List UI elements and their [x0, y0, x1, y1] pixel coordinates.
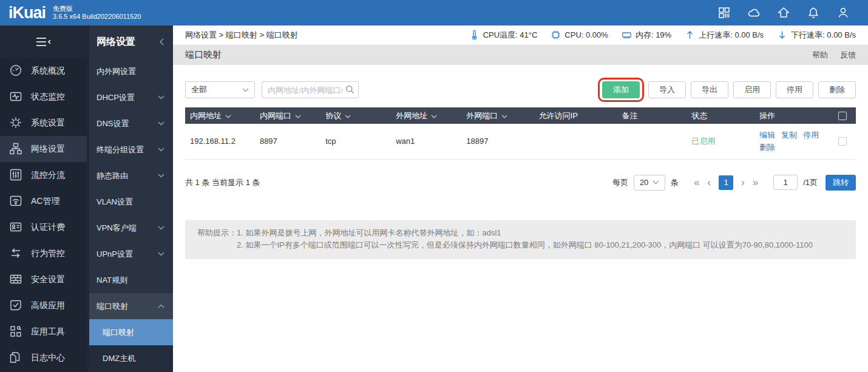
sort-chevron-icon[interactable] [295, 111, 301, 120]
col-allow-ip: 允许访问IP [534, 107, 617, 124]
logo-text: iKuai [8, 5, 46, 21]
help-lines: 1. 如果外网是拨号上网，外网地址可以用网卡名称代替外网地址，如：adsl1 2… [237, 227, 813, 251]
chevron-down-icon [158, 174, 164, 178]
row-actions: 编辑 复制 停用 删除 [759, 130, 829, 153]
submenu-title: 网络设置 [97, 36, 135, 49]
upload-rate-label: 上行速率: 0.00 B/s [699, 30, 764, 41]
col-lan-ip[interactable]: 内网地址 [185, 107, 255, 124]
delete-link[interactable]: 删除 [759, 142, 775, 153]
sidebar-item-flow-control[interactable]: 流控分流 [0, 162, 87, 188]
submenu-item-port-mapping-parent[interactable]: 端口映射 [87, 293, 173, 319]
submenu-item-upnp[interactable]: UPnP设置 [87, 241, 173, 267]
cell-actions: 编辑 复制 停用 删除 [754, 124, 833, 159]
col-protocol[interactable]: 协议 [320, 107, 391, 124]
import-button[interactable]: 导入 [648, 81, 686, 98]
submenu-item-label: UPnP设置 [97, 249, 133, 260]
cell-allow-ip [534, 124, 617, 159]
submenu-item-dns[interactable]: DNS设置 [87, 110, 173, 137]
sidebar-item-status-monitor[interactable]: 状态监控 [0, 84, 87, 110]
submenu-item-wan-lan[interactable]: 内外网设置 [87, 58, 173, 84]
chevron-down-icon [158, 252, 164, 256]
select-all-checkbox[interactable] [838, 112, 847, 120]
stop-link[interactable]: 停用 [803, 130, 819, 141]
apps-icon[interactable] [717, 6, 731, 19]
submenu-panel: 网络设置 内外网设置 DHCP设置 DNS设置 终端分组设置 静态路由 VLAN… [87, 25, 173, 372]
sort-chevron-icon[interactable] [431, 111, 437, 120]
main-sidebar: 系统概况 状态监控 系统设置 网络设置 流控分流 AC管理 认证计费 行为管控 [0, 25, 87, 372]
sidebar-item-advanced-apps[interactable]: 高级应用 [0, 293, 87, 319]
col-wan-ip[interactable]: 外网地址 [391, 107, 461, 124]
chevron-down-icon [158, 121, 164, 126]
home-icon[interactable] [777, 6, 790, 19]
col-wan-port[interactable]: 外网端口 [461, 107, 534, 124]
sidebar-item-system-settings[interactable]: 系统设置 [0, 110, 87, 136]
submenu-item-port-mapping[interactable]: 端口映射 [87, 319, 173, 345]
next-page-button[interactable]: › [740, 177, 746, 188]
edit-link[interactable]: 编辑 [759, 130, 775, 141]
delete-button[interactable]: 删除 [818, 81, 856, 98]
search-icon[interactable] [345, 85, 354, 94]
submenu-item-static-routes[interactable]: 静态路由 [87, 163, 173, 189]
enable-button[interactable]: 启用 [733, 81, 771, 98]
disable-button[interactable]: 停用 [776, 81, 813, 98]
sidebar-item-label: 安全设置 [31, 274, 65, 285]
first-page-button[interactable]: « [693, 177, 700, 188]
sort-chevron-icon[interactable] [225, 111, 231, 120]
prev-page-button[interactable]: ‹ [706, 177, 712, 188]
search-input[interactable] [262, 81, 359, 98]
col-lan-port[interactable]: 内网端口 [255, 107, 320, 124]
sidebar-item-security-settings[interactable]: 安全设置 [0, 266, 87, 293]
submenu-item-dmz-host[interactable]: DMZ主机 [87, 345, 173, 371]
version-label: 3.6.5 x64 Build202206011520 [53, 13, 141, 21]
sidebar-item-label: 日志中心 [31, 353, 65, 364]
red-annotation-box: 添加 [598, 78, 644, 102]
submenu-scrollbar[interactable] [87, 25, 89, 372]
last-page-button[interactable]: » [751, 177, 759, 188]
submenu-item-vlan[interactable]: VLAN设置 [87, 189, 173, 215]
pagination-bar: 共 1 条 当前显示 1 条 每页 20 条 « ‹ 1 › » /1页 跳转 [185, 174, 856, 191]
per-page-label: 每页 [612, 177, 628, 188]
submenu-item-nat-rules[interactable]: NAT规则 [87, 267, 173, 293]
export-button[interactable]: 导出 [691, 81, 728, 98]
bell-icon[interactable] [807, 6, 820, 19]
download-rate-label: 下行速率: 0.00 B/s [791, 30, 856, 41]
col-actions: 操作 [754, 107, 833, 124]
user-icon[interactable] [836, 6, 850, 19]
titlebar-links: 帮助 反馈 [812, 50, 856, 61]
upload-rate-stat: 上行速率: 0.00 B/s [685, 30, 764, 41]
sidebar-item-log-center[interactable]: 日志中心 [0, 345, 87, 371]
sort-chevron-icon[interactable] [345, 111, 351, 120]
feedback-link[interactable]: 反馈 [840, 50, 856, 61]
title-bar: 端口映射 帮助 反馈 [173, 45, 868, 65]
collapse-menu-button[interactable] [0, 25, 87, 58]
toolbar: 全部 添加 导入 导出 启用 停用 删除 [185, 81, 856, 98]
status-filter-select[interactable]: 全部 [185, 81, 255, 98]
add-button[interactable]: 添加 [602, 81, 640, 98]
jump-page-input[interactable] [773, 175, 798, 190]
copy-link[interactable]: 复制 [781, 130, 797, 141]
submenu-item-dhcp[interactable]: DHCP设置 [87, 84, 173, 110]
memory-stat: 内存: 19% [622, 30, 671, 41]
sidebar-item-app-tools[interactable]: 应用工具 [0, 319, 87, 345]
sidebar-item-auth-billing[interactable]: 认证计费 [0, 214, 87, 240]
submenu-item-vpn-client[interactable]: VPN客户端 [87, 215, 173, 241]
page-number-button[interactable]: 1 [719, 175, 733, 190]
row-checkbox[interactable] [838, 137, 847, 146]
help-link[interactable]: 帮助 [812, 50, 828, 61]
sort-chevron-icon[interactable] [501, 111, 507, 120]
logo[interactable]: iKuai 免费版 3.6.5 x64 Build202206011520 [0, 5, 141, 21]
per-page-select[interactable]: 20 [634, 175, 665, 191]
collapse-submenu-icon[interactable] [159, 38, 164, 46]
sidebar-item-network-settings[interactable]: 网络设置 [0, 136, 87, 162]
cloud-icon[interactable] [747, 6, 761, 19]
jump-button[interactable]: 跳转 [826, 175, 856, 191]
sidebar-item-system-overview[interactable]: 系统概况 [0, 58, 87, 84]
submenu-header: 网络设置 [87, 25, 173, 58]
network-icon [9, 142, 24, 157]
sidebar-item-ac-management[interactable]: AC管理 [0, 188, 87, 214]
sidebar-item-behavior-control[interactable]: 行为管控 [0, 240, 87, 266]
submenu-item-label: 静态路由 [97, 171, 128, 181]
app-window: iKuai 免费版 3.6.5 x64 Build202206011520 [0, 0, 868, 372]
submenu-item-terminal-groups[interactable]: 终端分组设置 [87, 137, 173, 163]
sidebar-item-label: 流控分流 [31, 170, 65, 181]
